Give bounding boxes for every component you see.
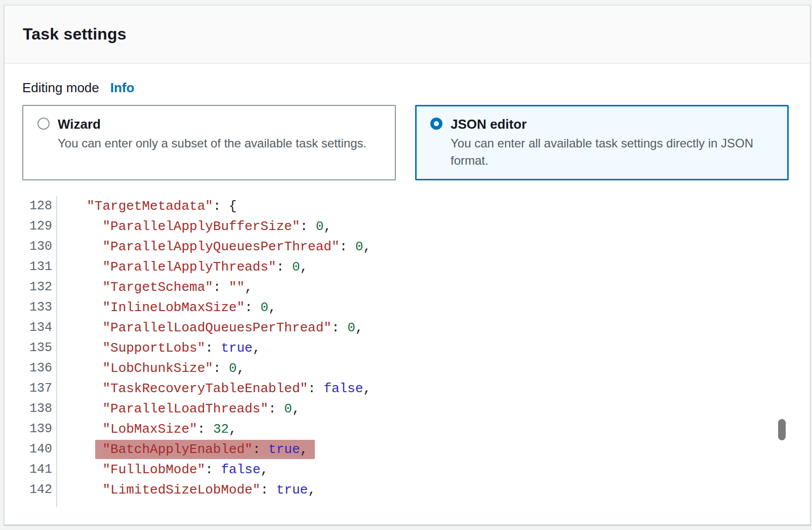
editor-line: 138 "ParallelLoadThreads": 0, xyxy=(22,399,810,419)
json-key: "ParallelApplyThreads" xyxy=(102,259,276,275)
editor-lines: 128 "TargetMetadata": {129 "ParallelAppl… xyxy=(22,196,810,500)
line-number: 138 xyxy=(22,399,57,419)
json-key: "LimitedSizeLobMode" xyxy=(102,482,260,498)
json-value: "" xyxy=(229,280,245,295)
editor-line: 134 "ParallelLoadQueuesPerThread": 0, xyxy=(22,318,810,338)
line-number: 137 xyxy=(22,378,57,399)
json-key: "TargetMetadata" xyxy=(87,199,213,214)
line-number: 139 xyxy=(22,419,57,439)
line-number: 134 xyxy=(22,318,57,338)
editor-line: 131 "ParallelApplyThreads": 0, xyxy=(22,257,810,277)
json-value: false xyxy=(323,381,363,396)
editor-line: 128 "TargetMetadata": { xyxy=(22,196,810,216)
tile-json-editor-text: JSON editor You can enter all available … xyxy=(451,116,774,169)
json-key: "SupportLobs" xyxy=(102,340,205,356)
editing-mode-label: Editing mode xyxy=(22,80,99,95)
tile-wizard-title: Wizard xyxy=(58,116,367,132)
json-key: "ParallelApplyQueuesPerThread" xyxy=(102,239,339,254)
json-key: "InlineLobMaxSize" xyxy=(102,300,245,315)
json-value: true xyxy=(268,442,300,457)
editor-gutter-stub xyxy=(22,500,810,507)
info-link[interactable]: Info xyxy=(110,80,135,95)
editor-line: 140 "BatchApplyEnabled": true, xyxy=(22,439,810,460)
line-number: 131 xyxy=(22,257,57,277)
editing-mode-row: Editing modeInfo xyxy=(22,80,810,96)
json-code-editor[interactable]: 128 "TargetMetadata": {129 "ParallelAppl… xyxy=(22,196,810,507)
json-key: "ParallelLoadQueuesPerThread" xyxy=(102,320,331,335)
line-number: 133 xyxy=(22,297,57,318)
line-number: 130 xyxy=(22,237,57,257)
json-value: true xyxy=(221,340,252,356)
editor-line: 129 "ParallelApplyBufferSize": 0, xyxy=(22,216,810,237)
json-value: 0 xyxy=(284,401,292,417)
json-key: "LobMaxSize" xyxy=(102,422,197,437)
line-number: 136 xyxy=(22,358,57,378)
json-value: 0 xyxy=(261,300,269,315)
editor-line: 130 "ParallelApplyQueuesPerThread": 0, xyxy=(22,237,810,257)
json-key: "LobChunkSize" xyxy=(102,361,213,376)
line-number: 142 xyxy=(22,480,57,500)
json-value: false xyxy=(221,462,260,477)
editor-line: 139 "LobMaxSize": 32, xyxy=(22,419,810,439)
editor-line: 132 "TargetSchema": "", xyxy=(22,277,810,297)
editing-mode-options: Wizard You can enter only a subset of th… xyxy=(22,105,810,180)
line-number: 132 xyxy=(22,277,57,297)
json-value: 32 xyxy=(213,422,229,437)
json-key: "BatchApplyEnabled" xyxy=(102,442,252,457)
radio-unselected-icon[interactable] xyxy=(37,118,50,130)
line-number: 129 xyxy=(22,216,57,237)
editor-line: 136 "LobChunkSize": 0, xyxy=(22,358,810,378)
json-key: "TaskRecoveryTableEnabled" xyxy=(102,381,308,396)
json-value: 0 xyxy=(355,239,363,254)
tile-json-editor-description: You can enter all available task setting… xyxy=(451,135,774,169)
page-title: Task settings xyxy=(23,25,127,44)
line-number: 141 xyxy=(22,460,57,480)
panel-body: Editing modeInfo Wizard You can enter on… xyxy=(5,64,810,507)
panel-header: Task settings xyxy=(5,6,810,64)
json-value: 0 xyxy=(229,361,237,376)
json-key: "ParallelLoadThreads" xyxy=(102,401,268,417)
json-key: "TargetSchema" xyxy=(102,280,213,295)
editor-line: 141 "FullLobMode": false, xyxy=(22,460,810,480)
tile-wizard-description: You can enter only a subset of the avail… xyxy=(58,135,367,152)
json-key: "FullLobMode" xyxy=(102,462,205,477)
highlighted-code: "BatchApplyEnabled": true, xyxy=(95,440,315,459)
line-number: 128 xyxy=(22,196,57,216)
json-key: "ParallelApplyBufferSize" xyxy=(102,219,300,234)
editor-line: 142 "LimitedSizeLobMode": true, xyxy=(22,480,810,500)
task-settings-panel: Task settings Editing modeInfo Wizard Yo… xyxy=(4,5,810,525)
tile-wizard-text: Wizard You can enter only a subset of th… xyxy=(58,116,367,152)
editor-line: 135 "SupportLobs": true, xyxy=(22,338,810,358)
json-value: 0 xyxy=(292,259,300,275)
json-value: 0 xyxy=(347,320,355,335)
tile-wizard[interactable]: Wizard You can enter only a subset of th… xyxy=(22,105,396,180)
json-value: true xyxy=(276,482,308,498)
json-value: { xyxy=(229,199,237,214)
line-number: 135 xyxy=(22,338,57,358)
json-value: 0 xyxy=(316,219,324,234)
editor-line: 133 "InlineLobMaxSize": 0, xyxy=(22,297,810,318)
line-number: 140 xyxy=(22,439,57,460)
scrollbar-thumb[interactable] xyxy=(778,419,786,440)
editor-line: 137 "TaskRecoveryTableEnabled": false, xyxy=(22,378,810,399)
tile-json-editor[interactable]: JSON editor You can enter all available … xyxy=(415,105,789,180)
tile-json-editor-title: JSON editor xyxy=(451,116,774,132)
radio-selected-icon[interactable] xyxy=(430,118,442,130)
